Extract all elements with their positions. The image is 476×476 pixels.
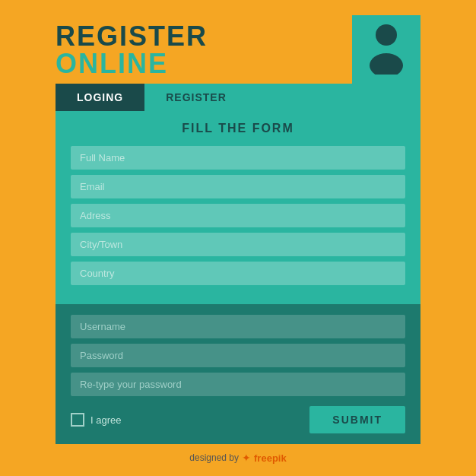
form-top: FILL THE FORM [56,111,420,304]
retype-password-input[interactable] [71,373,405,396]
tabs: LOGING REGISTER [56,84,420,111]
form-title: FILL THE FORM [182,122,294,135]
footer: designed by ✦ freepik [189,452,286,464]
top-section: REGISTER ONLINE [56,15,420,84]
avatar-icon [363,21,409,78]
title-area: REGISTER ONLINE [56,15,208,78]
title-register: REGISTER [56,23,208,50]
svg-point-0 [376,24,397,46]
city-input[interactable] [71,233,405,256]
email-input[interactable] [71,175,405,198]
tab-login[interactable]: LOGING [56,84,144,111]
tab-register[interactable]: REGISTER [144,84,248,111]
page-wrapper: REGISTER ONLINE LOGING REGISTER [0,0,476,476]
avatar-box [352,15,420,84]
agree-area: I agree [71,413,121,427]
address-input[interactable] [71,204,405,227]
svg-point-1 [370,53,403,75]
agree-label: I agree [90,414,121,426]
agree-checkbox[interactable] [71,413,84,427]
bottom-row: I agree SUBMIT [71,406,405,433]
footer-text: designed by [189,452,239,463]
password-input[interactable] [71,344,405,367]
card: LOGING REGISTER FILL THE FORM I agree [56,84,420,444]
title-online: ONLINE [56,50,208,78]
country-input[interactable] [71,262,405,285]
username-input[interactable] [71,315,405,338]
footer-brand: freepik [254,452,287,464]
full-name-input[interactable] [71,146,405,170]
submit-button[interactable]: SUBMIT [309,406,405,433]
form-bottom: I agree SUBMIT [56,304,420,444]
